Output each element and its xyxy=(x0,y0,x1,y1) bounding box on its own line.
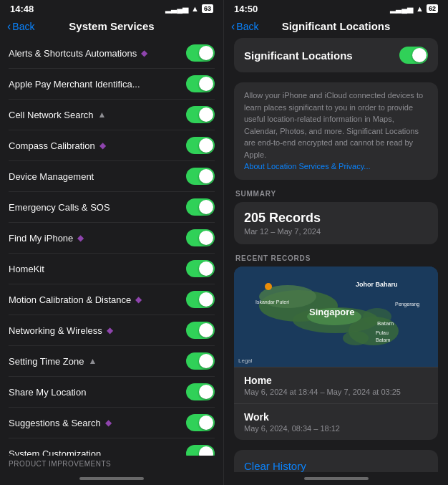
item-left: HomeKit xyxy=(9,264,186,274)
list-item[interactable]: Cell Network Search ▲ xyxy=(9,100,215,130)
location-arrow-icon: ◆ xyxy=(135,294,142,304)
sig-loc-description-text: Allow your iPhone and iCloud connected d… xyxy=(244,90,428,173)
back-chevron-icon: ‹ xyxy=(231,20,235,33)
location-arrow-icon: ◆ xyxy=(99,140,106,150)
list-item[interactable]: Emergency Calls & SOS xyxy=(9,192,215,223)
toggle-switch[interactable] xyxy=(186,75,215,92)
signal-icon: ▂▃▄▅ xyxy=(165,4,188,14)
toggle-switch[interactable] xyxy=(186,229,215,246)
item-label: Device Management xyxy=(9,171,94,182)
item-label: Compass Calibration xyxy=(9,140,95,151)
list-item[interactable]: Suggestions & Search ◆ xyxy=(9,408,215,438)
battery-icon: 63 xyxy=(202,4,213,13)
sig-loc-title: Significant Locations xyxy=(244,49,353,62)
item-label: Find My iPhone xyxy=(9,233,73,244)
svg-text:Pengerang: Pengerang xyxy=(395,302,419,307)
item-left: Apple Pay Merchant Identifica... xyxy=(9,79,186,90)
svg-point-8 xyxy=(265,283,272,290)
item-left: Compass Calibration ◆ xyxy=(9,140,186,151)
location-arrow-icon: ◆ xyxy=(105,418,112,428)
location-arrow-gray-icon: ▲ xyxy=(89,356,97,366)
left-panel: 14:48 ▂▃▄▅ ▲ 63 ‹ Back System Services A… xyxy=(0,0,224,485)
left-status-bar: 14:48 ▂▃▄▅ ▲ 63 xyxy=(0,0,223,17)
toggle-switch[interactable] xyxy=(186,322,215,339)
map-container: Johor Baharu Iskandar Puteri Pengerang S… xyxy=(234,266,438,367)
location-arrow-gray-icon: ▲ xyxy=(98,110,107,120)
left-status-icons: ▂▃▄▅ ▲ 63 xyxy=(165,4,213,14)
item-left: Alerts & Shortcuts Automations ◆ xyxy=(9,48,186,59)
item-label: Emergency Calls & SOS xyxy=(9,202,110,213)
right-panel: 14:50 ▂▃▄▅ ▲ 62 ‹ Back Significant Locat… xyxy=(224,0,448,485)
item-left: Device Management xyxy=(9,171,186,182)
clear-history-button[interactable]: Clear History xyxy=(234,450,438,473)
left-back-button[interactable]: ‹ Back xyxy=(7,20,34,33)
list-item[interactable]: Device Management xyxy=(9,161,215,192)
toggle-switch[interactable] xyxy=(186,168,215,185)
toggle-switch[interactable] xyxy=(186,137,215,154)
svg-text:Batam: Batam xyxy=(377,320,394,327)
item-left: Setting Time Zone ▲ xyxy=(9,356,186,367)
map-card: Johor Baharu Iskandar Puteri Pengerang S… xyxy=(234,266,438,440)
list-item[interactable]: System Customization xyxy=(9,438,215,456)
location-entries: Home May 6, 2024 at 18:44 – May 7, 2024 … xyxy=(234,367,438,440)
back-label: Back xyxy=(236,21,258,32)
sig-loc-card[interactable]: Significant Locations xyxy=(234,38,438,72)
right-status-icons: ▂▃▄▅ ▲ 62 xyxy=(390,4,438,14)
bottom-label: PRODUCT IMPROVEMENTS xyxy=(0,456,223,472)
svg-text:Batam: Batam xyxy=(376,337,390,342)
toggle-switch[interactable] xyxy=(186,414,215,431)
location-entry-home[interactable]: Home May 6, 2024 at 18:44 – May 7, 2024 … xyxy=(234,367,438,403)
item-label: Cell Network Search xyxy=(9,110,94,120)
list-item[interactable]: Apple Pay Merchant Identifica... xyxy=(9,69,215,100)
list-item[interactable]: Setting Time Zone ▲ xyxy=(9,346,215,377)
map-legal: Legal xyxy=(238,357,253,364)
location-name: Work xyxy=(244,411,428,423)
list-item[interactable]: Find My iPhone ◆ xyxy=(9,223,215,254)
list-item[interactable]: Motion Calibration & Distance ◆ xyxy=(9,284,215,315)
svg-text:Singapore: Singapore xyxy=(309,307,355,317)
location-time: May 6, 2024, 08:34 – 18:12 xyxy=(244,424,428,433)
right-back-button[interactable]: ‹ Back xyxy=(231,20,258,33)
item-left: Find My iPhone ◆ xyxy=(9,233,186,244)
list-item[interactable]: Alerts & Shortcuts Automations ◆ xyxy=(9,38,215,69)
svg-text:Pulau: Pulau xyxy=(376,330,389,335)
sig-loc-toggle[interactable] xyxy=(399,47,428,64)
toggle-switch[interactable] xyxy=(186,198,215,216)
item-label: Suggestions & Search xyxy=(9,418,101,428)
right-nav-bar: ‹ Back Significant Locations xyxy=(224,17,448,38)
location-time: May 6, 2024 at 18:44 – May 7, 2024 at 03… xyxy=(244,388,428,396)
item-label: Setting Time Zone xyxy=(9,356,84,367)
item-left: Share My Location xyxy=(9,387,186,398)
toggle-switch[interactable] xyxy=(186,260,215,277)
toggle-switch[interactable] xyxy=(186,445,215,456)
wifi-icon: ▲ xyxy=(191,4,199,13)
toggle-switch[interactable] xyxy=(186,383,215,400)
toggle-switch[interactable] xyxy=(186,106,215,123)
svg-text:Johor Baharu: Johor Baharu xyxy=(356,281,398,288)
back-chevron-icon: ‹ xyxy=(7,20,11,33)
location-entry-work[interactable]: Work May 6, 2024, 08:34 – 18:12 xyxy=(234,403,438,440)
left-nav-title: System Services xyxy=(69,20,154,32)
right-content: Significant Locations Allow your iPhone … xyxy=(224,38,448,472)
right-status-bar: 14:50 ▂▃▄▅ ▲ 62 xyxy=(224,0,448,17)
item-left: Emergency Calls & SOS xyxy=(9,202,186,213)
list-item[interactable]: Compass Calibration ◆ xyxy=(9,130,215,161)
home-indicator xyxy=(0,472,223,485)
list-item[interactable]: Share My Location xyxy=(9,377,215,408)
item-label: Share My Location xyxy=(9,387,86,398)
list-item[interactable]: HomeKit xyxy=(9,254,215,284)
about-link[interactable]: About Location Services & Privacy... xyxy=(244,162,371,171)
toggle-switch[interactable] xyxy=(186,291,215,308)
toggle-switch[interactable] xyxy=(186,352,215,370)
list-item[interactable]: Networking & Wireless ◆ xyxy=(9,315,215,346)
right-home-indicator xyxy=(224,472,448,485)
location-arrow-icon: ◆ xyxy=(77,233,84,243)
item-label: Apple Pay Merchant Identifica... xyxy=(9,79,140,90)
location-arrow-icon: ◆ xyxy=(107,325,113,335)
location-arrow-icon: ◆ xyxy=(141,48,147,58)
sig-loc-desc: Allow your iPhone and iCloud connected d… xyxy=(234,82,438,180)
right-time: 14:50 xyxy=(234,4,258,14)
right-home-bar xyxy=(304,477,369,480)
left-settings-list: Alerts & Shortcuts Automations ◆ Apple P… xyxy=(0,38,223,456)
toggle-switch[interactable] xyxy=(186,44,215,62)
